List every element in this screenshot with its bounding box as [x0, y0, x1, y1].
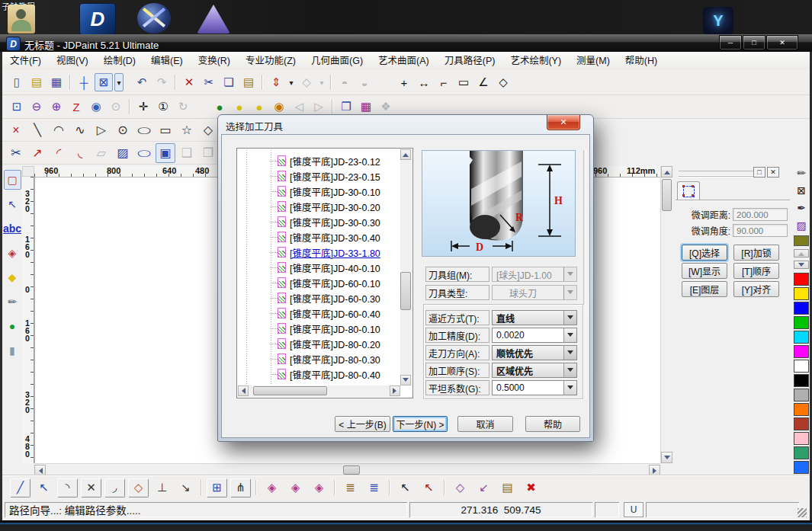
pick-remove-icon[interactable]: ↖ — [419, 478, 439, 497]
hatch-icon[interactable]: ▨ — [113, 143, 133, 163]
next-button[interactable]: 下一步(N) > — [393, 416, 448, 432]
circle-icon[interactable]: ⊙ — [113, 120, 133, 140]
extend-icon[interactable]: ↗ — [27, 143, 47, 163]
zoom-prev-icon[interactable]: Z — [67, 98, 85, 116]
scroll-left-button[interactable] — [34, 465, 46, 476]
nudge-distance-input[interactable]: 200.000 — [733, 208, 788, 221]
tree-horizontal-scrollbar[interactable] — [238, 385, 400, 397]
pages-icon[interactable]: ❐ — [337, 98, 355, 116]
snap-endpoint-icon[interactable]: ◝ — [57, 478, 78, 497]
pencil-icon[interactable]: ✏ — [794, 165, 810, 181]
panel-restore-button[interactable]: □ — [753, 167, 765, 178]
color-swatch[interactable] — [794, 461, 809, 474]
tool-tree-item[interactable]: [锥度平底]JD-30-0.30 — [239, 214, 400, 229]
canvas-horizontal-scrollbar[interactable] — [34, 463, 660, 475]
cube-desktop-icon[interactable]: Y — [703, 7, 733, 34]
paste-icon[interactable]: ▤ — [239, 73, 258, 91]
node-edit-icon[interactable]: ↖ — [4, 194, 21, 214]
help-button[interactable]: 帮助 — [525, 416, 580, 432]
delete-icon[interactable]: ✕ — [180, 73, 198, 91]
color-swatch[interactable] — [794, 331, 809, 344]
close-button[interactable]: ✕ — [766, 35, 798, 50]
snap-free-icon[interactable]: ╱ — [10, 478, 30, 497]
menu-view[interactable]: 视图(V) — [49, 52, 96, 70]
snap-quadrant-icon[interactable]: ◇ — [128, 478, 149, 497]
tool-tree-item[interactable]: [锥度平底]JD-23-0.12 — [239, 153, 400, 168]
zoom-out-icon[interactable]: ⊖ — [27, 98, 46, 116]
minimize-button[interactable]: ─ — [719, 35, 742, 50]
h-scroll-thumb[interactable] — [343, 465, 360, 475]
pen-tool-icon[interactable]: ✏ — [4, 292, 21, 312]
tree-scroll-up-button[interactable] — [400, 149, 411, 160]
color-swatch[interactable] — [794, 273, 809, 286]
pick-add-icon[interactable]: ↖ — [395, 478, 416, 497]
swap-order-icon[interactable]: ◉ — [270, 98, 288, 116]
tool-tree-item[interactable]: [锥度平底]JD-60-0.10 — [239, 275, 400, 290]
select-mode-button[interactable]: [Q]选择 — [682, 245, 727, 261]
plane-xy-icon[interactable]: ◈ — [262, 478, 282, 497]
open-folder-icon[interactable]: ▤ — [27, 73, 46, 91]
color-swatch[interactable] — [794, 360, 809, 373]
plane-zx-icon[interactable]: ◈ — [309, 478, 329, 497]
order-button[interactable]: [T]顺序 — [733, 263, 779, 279]
tool-tree-item[interactable]: [锥度平底]JD-80-0.40 — [239, 366, 400, 382]
panel-grip[interactable] — [679, 171, 761, 177]
unit-toggle-button[interactable]: U — [624, 502, 644, 517]
tool-tree-item[interactable]: [锥度平底]JD-60-0.30 — [239, 290, 400, 305]
menu-toolpath[interactable]: 刀具路径(P) — [437, 52, 503, 70]
save-icon[interactable]: ▦ — [47, 73, 66, 91]
cut-direction-select[interactable]: 顺铣优先 — [492, 345, 577, 360]
snap-arc-icon[interactable]: ◞ — [104, 478, 125, 497]
new-file-icon[interactable]: ▯ — [8, 73, 26, 91]
measure-angle-icon[interactable]: ∠ — [474, 73, 493, 91]
sphere-desktop-icon[interactable] — [137, 3, 171, 34]
scroll-up-button[interactable] — [661, 166, 672, 178]
transform-dropdown-icon[interactable]: ▾ — [287, 73, 296, 91]
measure-rect-icon[interactable]: ▭ — [454, 73, 473, 91]
maximize-button[interactable]: □ — [743, 35, 765, 50]
tree-scroll-down-button[interactable] — [400, 375, 411, 385]
lamp-yellow-icon[interactable]: ● — [230, 98, 249, 116]
dialog-close-button[interactable]: ✕ — [547, 115, 580, 130]
no-color-icon[interactable]: ⊠ — [794, 182, 810, 198]
copy-icon[interactable]: ❏ — [220, 73, 238, 91]
undo-icon[interactable]: ↶ — [133, 73, 151, 91]
polygon-icon[interactable]: ◇ — [198, 120, 218, 140]
zoom-in-icon[interactable]: ⊕ — [47, 98, 66, 116]
canvas-vertical-scrollbar[interactable] — [660, 166, 672, 463]
tree-v-thumb[interactable] — [400, 272, 411, 310]
trim-icon[interactable]: ✂ — [6, 143, 26, 163]
curve-icon[interactable]: ∿ — [70, 120, 90, 140]
layer-current-icon[interactable]: ≣ — [340, 478, 361, 497]
menu-art-draw[interactable]: 艺术绘制(Y) — [502, 52, 569, 70]
project-icon[interactable]: ◇ — [450, 478, 470, 497]
chamfer-icon[interactable]: ◟ — [70, 143, 90, 163]
abort-icon[interactable]: ✖ — [521, 478, 541, 497]
approach-mode-select[interactable]: 直线 — [492, 310, 577, 325]
transform-icon[interactable]: ⇕ — [267, 73, 285, 91]
v-scroll-thumb[interactable] — [662, 179, 672, 211]
snap-tangent-icon[interactable]: ↘ — [175, 478, 196, 497]
tool-tree-item[interactable]: [锥度平底]JD-23-0.15 — [239, 168, 400, 184]
menu-pro-functions[interactable]: 专业功能(Z) — [238, 52, 303, 70]
tool-tree-item[interactable]: [锥度平底]JD-30-0.40 — [239, 229, 400, 245]
tool-tree-item[interactable]: [锥度平底]JD-30-0.20 — [239, 199, 400, 214]
pattern-fill-icon[interactable]: ▨ — [794, 217, 810, 233]
color-swatch[interactable] — [794, 287, 809, 300]
layer-all-icon[interactable]: ≣ — [364, 478, 384, 497]
plane-yz-icon[interactable]: ◈ — [285, 478, 306, 497]
menu-help[interactable]: 帮助(H) — [618, 52, 665, 70]
color-swatch[interactable] — [794, 389, 809, 401]
eyedropper-icon[interactable]: ✒ — [794, 200, 810, 216]
color-swatch[interactable] — [794, 374, 809, 387]
nudge-angle-input[interactable]: 90.000 — [733, 224, 788, 237]
tool-group-select[interactable]: [球头]JD-1.00 — [492, 267, 577, 282]
snap-intersect-icon[interactable]: ✕ — [81, 478, 101, 497]
fill-diamond-icon[interactable]: ◆ — [4, 267, 21, 287]
arc-icon[interactable]: ◠ — [49, 120, 69, 140]
tree-scroll-right-button[interactable] — [390, 385, 400, 396]
tree-scroll-left-button[interactable] — [238, 385, 249, 396]
menu-art-surface[interactable]: 艺术曲面(A) — [371, 52, 437, 70]
measure-region-icon[interactable]: ◇ — [494, 73, 512, 91]
panel-close-button[interactable]: ✕ — [767, 167, 779, 178]
